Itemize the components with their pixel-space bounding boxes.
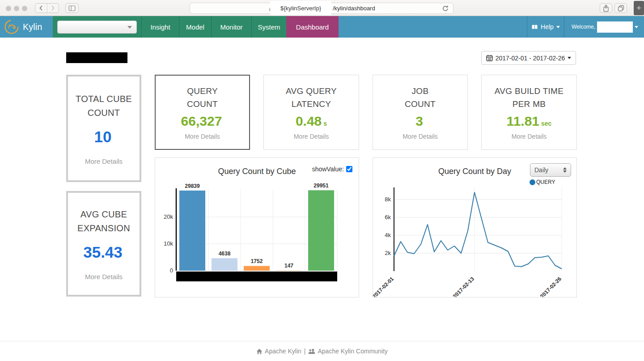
footer-link-label: Apache Kylin Community bbox=[318, 348, 387, 355]
card-title: AVG BUILD TIMEPER MB bbox=[495, 85, 564, 111]
window-zoom-button[interactable] bbox=[22, 6, 27, 11]
card-job-count[interactable]: JOBCOUNT 3 More Details bbox=[373, 75, 468, 150]
svg-text:1752: 1752 bbox=[251, 258, 263, 264]
svg-text:20k: 20k bbox=[164, 213, 173, 220]
card-value: 0.48s bbox=[296, 114, 327, 129]
more-details-link[interactable]: More Details bbox=[85, 273, 123, 280]
window-close-button[interactable] bbox=[6, 6, 11, 11]
home-icon bbox=[256, 348, 263, 354]
svg-text:8k: 8k bbox=[385, 196, 391, 203]
page-title-redaction bbox=[66, 52, 127, 63]
card-value: 10 bbox=[94, 128, 114, 146]
url-path: /kylin/dashboard bbox=[333, 0, 375, 16]
history-nav-group bbox=[35, 3, 59, 13]
legend-dot-icon bbox=[530, 179, 535, 185]
page-footer: Apache Kylin | Apache Kylin Community bbox=[0, 341, 644, 361]
footer-apache-kylin-link[interactable]: Apache Kylin bbox=[256, 348, 301, 355]
users-icon bbox=[308, 348, 315, 354]
show-value-checkbox[interactable] bbox=[346, 166, 352, 172]
card-title: AVG QUERYLATENCY bbox=[286, 85, 337, 111]
kylin-dashboard-page: ${kylinServerIp} /kylin/dashboard + Kyli… bbox=[0, 0, 644, 361]
interval-select[interactable]: Daily bbox=[530, 163, 571, 177]
query-count-by-day-panel: 2k4k6k8k2017-02-012017-02-132017-02-26 Q… bbox=[373, 157, 577, 297]
sidebar-icon bbox=[68, 5, 76, 11]
card-title: AVG CUBEEXPANSION bbox=[77, 208, 130, 235]
more-details-link[interactable]: More Details bbox=[294, 133, 329, 140]
svg-text:147: 147 bbox=[284, 263, 293, 269]
svg-text:2017-02-13: 2017-02-13 bbox=[452, 276, 476, 297]
footer-community-link[interactable]: Apache Kylin Community bbox=[308, 348, 387, 355]
card-title: QUERYCOUNT bbox=[187, 85, 218, 111]
svg-text:10k: 10k bbox=[164, 240, 173, 247]
footer-separator: | bbox=[304, 348, 306, 355]
svg-text:2017-02-26: 2017-02-26 bbox=[539, 276, 563, 297]
share-button[interactable] bbox=[600, 3, 612, 13]
window-minimize-button[interactable] bbox=[14, 6, 19, 11]
help-menu[interactable]: Help bbox=[527, 16, 564, 38]
more-details-link[interactable]: More Details bbox=[512, 133, 547, 140]
query-count-by-cube-panel: 010k20k298394638175214729951 Query Count… bbox=[155, 157, 359, 297]
browser-chrome: ${kylinServerIp} /kylin/dashboard + bbox=[0, 0, 644, 16]
show-value-control: showValue: bbox=[312, 166, 352, 173]
svg-text:2k: 2k bbox=[385, 250, 391, 256]
sidebar-toggle-button[interactable] bbox=[65, 3, 79, 13]
tabs-overview-button[interactable] bbox=[614, 3, 627, 13]
card-title: JOBCOUNT bbox=[405, 85, 436, 111]
brand-name: Kylin bbox=[23, 22, 42, 32]
card-avg-build-time-per-mb[interactable]: AVG BUILD TIMEPER MB 11.81sec More Detai… bbox=[481, 75, 577, 150]
reload-icon[interactable] bbox=[442, 5, 449, 12]
date-range-label: 2017-02-01 - 2017-02-26 bbox=[496, 55, 565, 62]
url-host: ${kylinServerIp} bbox=[280, 5, 321, 12]
card-title: TOTAL CUBECOUNT bbox=[76, 92, 132, 120]
tab-dashboard[interactable]: Dashboard bbox=[286, 16, 339, 38]
chevron-down-icon bbox=[556, 26, 560, 28]
chevron-right-icon bbox=[51, 5, 55, 11]
user-menu[interactable]: Welcome, bbox=[564, 16, 638, 38]
footer-link-label: Apache Kylin bbox=[265, 348, 301, 355]
tab-insight[interactable]: Insight bbox=[141, 16, 179, 38]
card-value: 66,327 bbox=[181, 114, 224, 129]
svg-text:2017-02-01: 2017-02-01 bbox=[373, 276, 395, 297]
tabs-icon bbox=[618, 5, 624, 12]
project-select-area bbox=[53, 16, 141, 38]
welcome-label: Welcome, bbox=[572, 24, 595, 30]
username-redaction bbox=[597, 21, 633, 33]
chevron-down-icon bbox=[568, 57, 571, 59]
card-query-count[interactable]: QUERYCOUNT 66,327 More Details bbox=[155, 75, 250, 150]
interval-selected-label: Daily bbox=[534, 166, 548, 174]
card-value: 35.43 bbox=[83, 243, 124, 261]
share-icon bbox=[603, 4, 609, 12]
date-range-picker[interactable]: 2017-02-01 - 2017-02-26 bbox=[481, 51, 576, 65]
legend-label: QUERY bbox=[536, 179, 555, 185]
svg-text:0: 0 bbox=[170, 267, 173, 274]
select-arrows-icon bbox=[563, 167, 567, 173]
card-total-cube-count[interactable]: TOTAL CUBECOUNT 10 More Details bbox=[66, 75, 141, 182]
brand[interactable]: Kylin bbox=[0, 16, 53, 38]
project-select[interactable] bbox=[57, 21, 137, 34]
book-icon bbox=[531, 24, 538, 30]
calendar-icon bbox=[486, 55, 493, 61]
card-avg-cube-expansion[interactable]: AVG CUBEEXPANSION 35.43 More Details bbox=[66, 191, 141, 297]
tab-monitor[interactable]: Monitor bbox=[211, 16, 251, 38]
svg-text:6k: 6k bbox=[385, 214, 391, 221]
more-details-link[interactable]: More Details bbox=[185, 133, 220, 140]
more-details-link[interactable]: More Details bbox=[402, 133, 438, 140]
forward-button[interactable] bbox=[47, 4, 59, 13]
more-details-link[interactable]: More Details bbox=[85, 157, 123, 165]
tab-system[interactable]: System bbox=[251, 16, 286, 38]
help-label: Help bbox=[541, 23, 554, 30]
legend-query[interactable]: QUERY bbox=[530, 179, 555, 185]
chevron-down-icon bbox=[635, 26, 638, 28]
chevron-left-icon bbox=[39, 5, 43, 11]
svg-text:29839: 29839 bbox=[185, 183, 200, 189]
card-avg-query-latency[interactable]: AVG QUERYLATENCY 0.48s More Details bbox=[263, 75, 359, 150]
nav-tabs: Insight Model Monitor System Dashboard bbox=[141, 16, 339, 38]
back-button[interactable] bbox=[35, 4, 47, 13]
url-host-redaction: ${kylinServerIp} bbox=[270, 1, 331, 15]
show-value-label: showValue: bbox=[312, 166, 344, 173]
chevron-down-icon bbox=[127, 26, 132, 29]
new-tab-button[interactable]: + bbox=[634, 1, 644, 15]
card-value: 11.81sec bbox=[507, 114, 552, 129]
bar-chart: 010k20k298394638175214729951 bbox=[155, 158, 359, 297]
tab-model[interactable]: Model bbox=[179, 16, 211, 38]
